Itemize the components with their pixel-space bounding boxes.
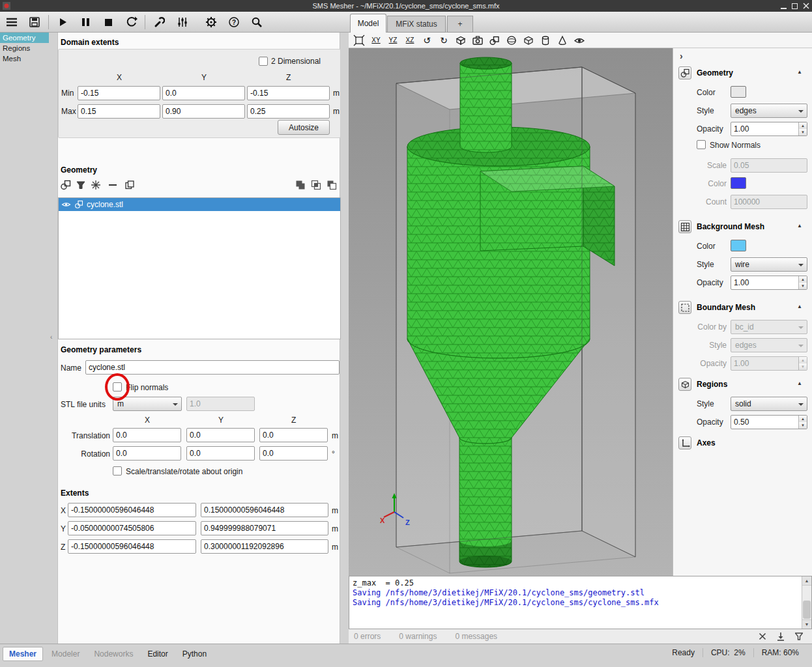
perspective-button[interactable]	[454, 34, 467, 47]
view-yz-button[interactable]: YZ	[386, 34, 399, 47]
geometry-section-title[interactable]: Geometry	[697, 68, 733, 78]
mode-python[interactable]: Python	[177, 647, 212, 660]
console-scrollbar[interactable]: ▲ ▼	[802, 576, 811, 629]
axes-section-title[interactable]: Axes	[697, 438, 716, 447]
extent-zmin-input[interactable]	[68, 539, 196, 554]
visibility-eye-icon[interactable]	[61, 201, 71, 208]
copy-geometry-button[interactable]	[123, 178, 136, 192]
output-console[interactable]: z_max = 0.25 Saving /nfs/home/3/dietikej…	[349, 576, 812, 629]
collapse-panel-icon[interactable]: ‹	[50, 334, 52, 341]
add-box-button[interactable]	[522, 34, 535, 47]
scrollbar-thumb[interactable]	[803, 601, 811, 619]
zmax-input[interactable]	[247, 104, 330, 119]
regions-section-title[interactable]: Regions	[697, 380, 727, 389]
xmin-input[interactable]	[78, 86, 160, 100]
collapse-boundary-mesh-icon[interactable]: ▲	[797, 304, 802, 309]
expand-panel-icon[interactable]: ›	[680, 51, 683, 61]
bg-mesh-color-swatch[interactable]	[731, 240, 746, 251]
bg-mesh-opacity-spin[interactable]: 1.00 ▲▼	[731, 276, 807, 290]
tab-add[interactable]: +	[447, 16, 473, 33]
spin-up-icon[interactable]: ▲	[799, 276, 807, 283]
tab-mfix-status[interactable]: MFiX status	[387, 16, 446, 33]
zmin-input[interactable]	[247, 86, 330, 100]
spin-up-icon[interactable]: ▲	[799, 122, 807, 129]
rotation-y-input[interactable]	[186, 446, 255, 461]
rotate-ccw-button[interactable]: ↺	[420, 34, 433, 47]
intersect-button[interactable]	[310, 178, 323, 192]
two-dimensional-checkbox[interactable]	[259, 57, 268, 66]
autosize-button[interactable]: Autosize	[278, 120, 330, 135]
close-button[interactable]	[803, 3, 809, 9]
name-input[interactable]	[85, 360, 340, 375]
visibility-menu-button[interactable]	[488, 34, 501, 47]
difference-button[interactable]	[325, 178, 338, 192]
ymin-input[interactable]	[162, 86, 245, 100]
rotate-cw-button[interactable]: ↻	[437, 34, 450, 47]
collapse-regions-icon[interactable]: ▲	[797, 380, 802, 386]
tab-model[interactable]: Model	[350, 14, 386, 33]
mode-nodeworks[interactable]: Nodeworks	[88, 647, 139, 660]
stop-button[interactable]	[99, 14, 117, 31]
rotation-z-input[interactable]	[259, 446, 328, 461]
mode-mesher[interactable]: Mesher	[3, 647, 43, 661]
model-viewport[interactable]: X Z	[349, 48, 673, 576]
add-cone-button[interactable]	[556, 34, 569, 47]
geometry-color-swatch[interactable]	[731, 86, 746, 98]
add-filter-button[interactable]	[74, 178, 87, 192]
bg-mesh-style-dropdown[interactable]: wire	[731, 257, 807, 272]
sidebar-item-mesh[interactable]: Mesh	[0, 53, 49, 64]
add-cylinder-button[interactable]	[539, 34, 552, 47]
search-button[interactable]	[248, 14, 266, 31]
view-xz-button[interactable]: XZ	[403, 34, 416, 47]
translation-x-input[interactable]	[113, 428, 181, 442]
geometry-opacity-spin[interactable]: 1.00 ▲▼	[731, 122, 807, 136]
sidebar-item-regions[interactable]: Regions	[0, 43, 49, 53]
geometry-style-dropdown[interactable]: edges	[731, 104, 807, 118]
spin-down-icon[interactable]: ▼	[799, 129, 807, 135]
minimize-button[interactable]	[781, 3, 787, 9]
spin-down-icon[interactable]: ▼	[799, 422, 807, 429]
filter-console-icon[interactable]	[795, 632, 803, 640]
extent-xmin-input[interactable]	[68, 503, 196, 517]
add-geometry-button[interactable]	[59, 178, 72, 192]
union-button[interactable]	[294, 178, 307, 192]
regions-style-dropdown[interactable]: solid	[731, 397, 807, 411]
extent-ymax-input[interactable]	[201, 521, 328, 535]
maximize-button[interactable]	[792, 3, 798, 9]
extent-xmax-input[interactable]	[201, 503, 328, 517]
help-button[interactable]: ?	[225, 14, 243, 31]
scroll-to-bottom-icon[interactable]	[777, 632, 785, 641]
background-mesh-section-title[interactable]: Background Mesh	[697, 222, 764, 231]
view-xy-button[interactable]: XY	[370, 34, 383, 47]
spin-down-icon[interactable]: ▼	[799, 283, 807, 289]
sidebar-item-geometry[interactable]: Geometry	[0, 33, 49, 43]
add-sphere-button[interactable]	[505, 34, 518, 47]
translation-z-input[interactable]	[259, 428, 328, 442]
settings-button[interactable]	[202, 14, 220, 31]
mode-editor[interactable]: Editor	[141, 647, 173, 660]
wizard-button[interactable]	[89, 178, 102, 192]
xmax-input[interactable]	[78, 104, 160, 119]
translation-y-input[interactable]	[186, 428, 255, 442]
pause-button[interactable]	[76, 14, 94, 31]
reset-view-button[interactable]	[353, 34, 366, 47]
extent-zmax-input[interactable]	[201, 539, 328, 554]
menu-button[interactable]	[3, 14, 21, 31]
scroll-down-icon[interactable]: ▼	[802, 619, 811, 629]
spin-up-icon[interactable]: ▲	[799, 416, 807, 422]
collapse-background-mesh-icon[interactable]: ▲	[797, 223, 802, 229]
extent-ymin-input[interactable]	[68, 521, 196, 535]
screenshot-button[interactable]	[471, 34, 484, 47]
show-normals-checkbox[interactable]	[697, 140, 706, 149]
ymax-input[interactable]	[162, 104, 245, 119]
reset-button[interactable]	[122, 14, 140, 31]
run-button[interactable]	[53, 14, 72, 31]
build-button[interactable]	[150, 14, 168, 31]
clear-console-icon[interactable]	[759, 632, 766, 640]
geometry-list-item[interactable]: cyclone.stl	[59, 198, 340, 211]
collapse-geometry-icon[interactable]: ▲	[797, 69, 802, 75]
boundary-mesh-section-title[interactable]: Boundary Mesh	[697, 303, 755, 312]
about-origin-checkbox[interactable]	[113, 466, 122, 475]
save-button[interactable]	[25, 14, 44, 31]
rotation-x-input[interactable]	[113, 446, 181, 461]
